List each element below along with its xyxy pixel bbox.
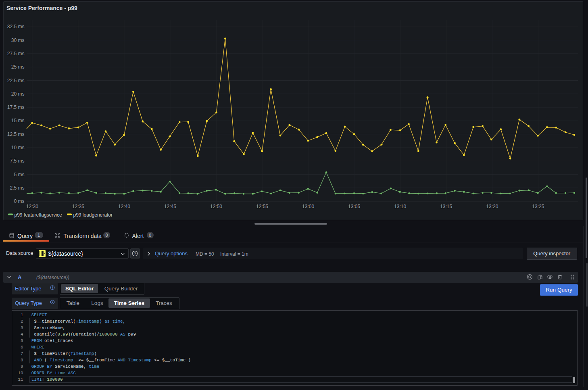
svg-text:12:55: 12:55 bbox=[256, 204, 268, 209]
svg-text:32.5 ms: 32.5 ms bbox=[7, 24, 25, 29]
svg-text:13:10: 13:10 bbox=[394, 204, 406, 209]
svg-text:12:40: 12:40 bbox=[118, 204, 130, 209]
svg-text:0 ms: 0 ms bbox=[14, 198, 24, 204]
svg-text:10 ms: 10 ms bbox=[11, 145, 25, 150]
svg-text:5 ms: 5 ms bbox=[14, 172, 24, 177]
svg-text:2.5 ms: 2.5 ms bbox=[10, 185, 24, 191]
svg-text:12.5 ms: 12.5 ms bbox=[7, 131, 25, 137]
svg-text:12:45: 12:45 bbox=[164, 204, 176, 209]
svg-text:22.5 ms: 22.5 ms bbox=[7, 78, 25, 83]
svg-text:17.5 ms: 17.5 ms bbox=[7, 104, 25, 110]
svg-text:13:15: 13:15 bbox=[440, 204, 452, 209]
svg-text:20 ms: 20 ms bbox=[11, 91, 25, 97]
svg-text:13:05: 13:05 bbox=[348, 204, 360, 209]
svg-text:12:30: 12:30 bbox=[26, 204, 38, 209]
svg-text:13:20: 13:20 bbox=[486, 204, 498, 209]
svg-text:p99 loadgenerator: p99 loadgenerator bbox=[73, 212, 113, 218]
svg-text:p99 featureflagservice: p99 featureflagservice bbox=[15, 212, 62, 218]
svg-text:7.5 ms: 7.5 ms bbox=[10, 158, 24, 164]
svg-text:?: ? bbox=[134, 252, 136, 256]
svg-text:13:00: 13:00 bbox=[302, 204, 314, 209]
svg-text:15 ms: 15 ms bbox=[11, 118, 25, 123]
svg-text:30 ms: 30 ms bbox=[11, 38, 25, 43]
svg-text:12:35: 12:35 bbox=[72, 204, 84, 209]
svg-text:13:25: 13:25 bbox=[532, 204, 544, 209]
svg-text:27.5 ms: 27.5 ms bbox=[7, 51, 25, 56]
svg-text:25 ms: 25 ms bbox=[11, 64, 25, 70]
svg-text:12:50: 12:50 bbox=[210, 204, 222, 209]
